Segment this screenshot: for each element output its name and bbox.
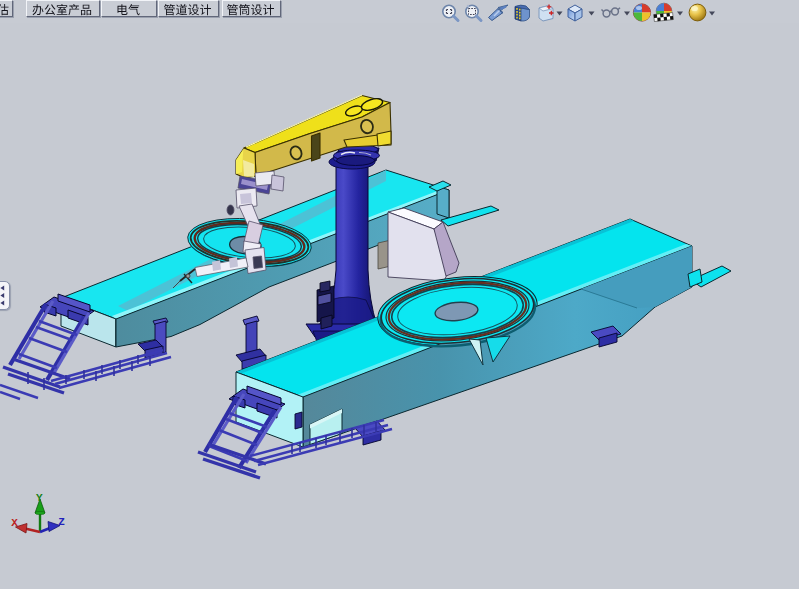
svg-text:Y: Y [36, 492, 43, 504]
svg-text:Z: Z [58, 516, 65, 528]
svg-text:X: X [11, 517, 18, 529]
